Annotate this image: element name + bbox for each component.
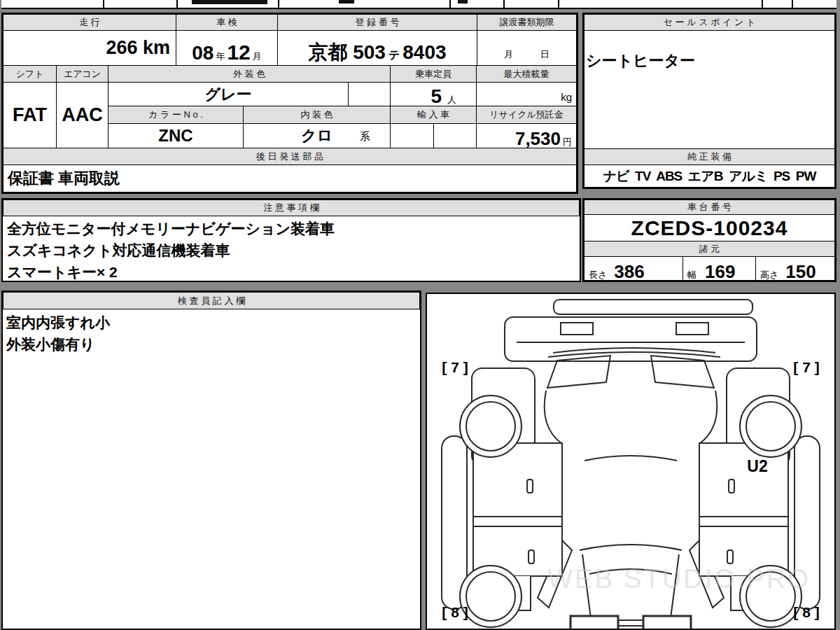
exterior-color-header: 外 装 色: [108, 65, 391, 83]
reg-number: 8403: [402, 41, 446, 64]
caution-note-line: 全方位モニター付メモリーナビゲーション装着車: [7, 218, 335, 239]
divider: [503, 0, 505, 8]
cropped-row-remnant: [1, 0, 836, 9]
mileage-header: 走 行: [3, 14, 176, 31]
later-parts-value: 保証書 車両取説: [3, 164, 577, 192]
capacity-header: 乗車定員: [390, 65, 477, 83]
import-header: 輸 入 車: [390, 106, 477, 124]
import-cell-1: [390, 123, 434, 148]
spec-width: 幅 169: [682, 256, 756, 281]
panel-label-front-left: [ 7 ]: [442, 359, 468, 375]
transfer-deadline-header: 譲渡書類期限: [477, 14, 577, 31]
shaken-header: 車 検: [176, 14, 278, 31]
divider: [278, 0, 279, 8]
recycle-amount: 7,530: [515, 128, 561, 148]
capacity-unit: 人: [447, 94, 456, 106]
aircon-value: AAC: [56, 82, 108, 148]
inspector-notes-header: 検 査 員 記 入 欄: [3, 292, 420, 309]
chassis-value: ZCEDS-100234: [584, 214, 835, 241]
sales-point-text: シートヒーター: [586, 50, 695, 71]
capacity-value: 5 人: [390, 82, 477, 106]
caution-note-line: スマートキー× 2: [7, 261, 335, 283]
registration-value: 京都 503 テ 8403: [277, 30, 477, 66]
caution-notes-block: 注 意 事 項 欄 全方位モニター付メモリーナビゲーション装着車 スズキコネクト…: [1, 198, 581, 282]
height-value: 150: [785, 261, 816, 281]
transfer-day-unit: 日: [540, 48, 550, 61]
mileage-value: 266 km: [3, 30, 176, 66]
spec-length: 長さ 386: [584, 256, 683, 281]
interior-color-header: 内 装 色: [243, 106, 391, 124]
payload-value: kg: [476, 82, 577, 106]
inspector-notes-body: 室内内張すれ小 外装小傷有り: [6, 312, 110, 355]
registration-header: 登 録 番 号: [277, 14, 477, 31]
transfer-deadline-value: 月 日: [477, 30, 577, 66]
panel-label-rear-right: [ 8 ]: [793, 604, 819, 620]
recycle-header: リサイクル預託金: [476, 106, 577, 124]
recycle-value: 7,530 円: [476, 123, 577, 148]
specs-header: 諸 元: [584, 241, 835, 257]
interior-color-value: クロ 系: [243, 123, 391, 148]
shaken-year: 08: [192, 42, 214, 64]
divider: [176, 0, 178, 8]
shaken-month-unit: 月: [253, 50, 262, 63]
divider: [558, 0, 559, 8]
caution-notes-header: 注 意 事 項 欄: [3, 200, 580, 216]
vehicle-spec-table: 走 行 車 検 登 録 番 号 譲渡書類期限 266 km 08 年 12 月 …: [1, 13, 578, 194]
spec-height: 高さ 150: [755, 256, 835, 281]
shaken-month: 12: [227, 41, 250, 64]
reg-kana: テ: [388, 48, 400, 63]
inspector-note-line: 室内内張すれ小: [6, 312, 110, 333]
exterior-color-extra-cell: [348, 82, 391, 106]
shift-value: FAT: [3, 82, 57, 148]
divider: [103, 0, 104, 8]
chassis-header: 車 台 番 号: [584, 200, 835, 215]
aircon-header: エアコン: [56, 65, 108, 83]
panel-label-front-right: [ 7 ]: [793, 359, 819, 375]
genuine-equipment-header: 純 正 装 備: [584, 148, 835, 165]
divider: [762, 0, 763, 8]
payload-unit: kg: [561, 91, 572, 103]
length-label: 長さ: [589, 269, 607, 281]
height-label: 高さ: [760, 269, 778, 281]
exterior-color-value: グレー: [108, 82, 349, 106]
car-diagram-block: WEB STUDIO.PRO [ 7 ] [ 7 ] [ 8 ] [ 8 ] U…: [426, 293, 836, 630]
cut-text-remnant: [339, 0, 354, 4]
transfer-month-unit: 月: [504, 48, 513, 61]
width-value: 169: [705, 261, 735, 281]
reg-area: 京都 503: [308, 39, 386, 66]
recycle-unit: 円: [563, 136, 572, 148]
sales-point-block: セ ー ル ス ポ イ ン ト シートヒーター 純 正 装 備 ナビ TV AB…: [582, 13, 836, 189]
shaken-value: 08 年 12 月: [176, 30, 278, 66]
width-label: 幅: [687, 269, 696, 281]
mileage-text: 266 km: [106, 37, 170, 59]
panel-label-rear-left: [ 8 ]: [442, 604, 468, 620]
color-no-value: ZNC: [108, 123, 244, 148]
import-cell-2: [433, 123, 477, 148]
capacity-number: 5: [430, 85, 442, 106]
cut-text-remnant: [458, 0, 468, 4]
length-value: 386: [614, 261, 644, 281]
interior-color-suffix: 系: [360, 130, 370, 144]
inspector-notes-block: 検 査 員 記 入 欄 室内内張すれ小 外装小傷有り: [1, 290, 421, 630]
cut-text-remnant: [192, 0, 267, 4]
shift-header: シフト: [3, 65, 57, 83]
divider: [449, 0, 451, 8]
divider: [792, 0, 793, 8]
color-no-header: カ ラ ー N o .: [108, 106, 244, 124]
genuine-equipment-value: ナビ TV ABS エアB アルミ PS PW: [584, 164, 835, 188]
damage-mark-u2: U2: [747, 457, 767, 475]
caution-note-line: スズキコネクト対応通信機装着車: [7, 239, 335, 261]
chassis-block: 車 台 番 号 ZCEDS-100234 諸 元 長さ 386 幅 169 高さ…: [582, 198, 836, 282]
sales-point-value: シートヒーター: [584, 30, 835, 149]
car-top-view-icon: WEB STUDIO.PRO [ 7 ] [ 7 ] [ 8 ] [ 8 ] U…: [427, 294, 834, 629]
inspector-note-line: 外装小傷有り: [6, 333, 110, 355]
shaken-year-unit: 年: [216, 50, 225, 63]
watermark-text: WEB STUDIO.PRO: [547, 564, 811, 594]
interior-color-text: クロ: [301, 125, 332, 146]
later-parts-header: 後 日 発 送 部 品: [3, 148, 577, 165]
payload-header: 最大積載量: [476, 65, 577, 83]
caution-notes-body: 全方位モニター付メモリーナビゲーション装着車 スズキコネクト対応通信機装着車 ス…: [7, 218, 335, 283]
sales-point-header: セ ー ル ス ポ イ ン ト: [584, 14, 835, 31]
auction-sheet: 走 行 車 検 登 録 番 号 譲渡書類期限 266 km 08 年 12 月 …: [0, 0, 840, 630]
